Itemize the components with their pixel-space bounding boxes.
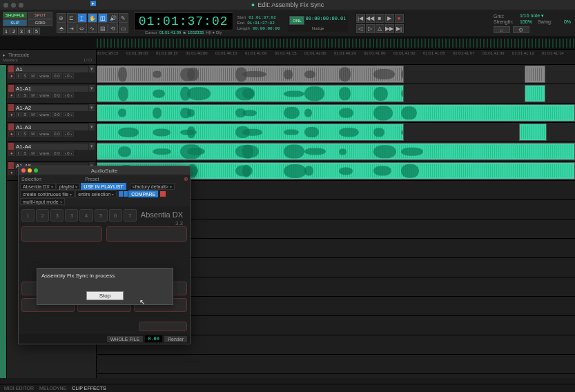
- track-solo-button[interactable]: S: [21, 150, 28, 156]
- track-record-enable[interactable]: [8, 162, 14, 169]
- track-input-button[interactable]: I: [16, 92, 21, 98]
- plugin-preset-slot[interactable]: 2: [36, 209, 49, 222]
- track-lane[interactable]: [97, 104, 575, 123]
- metronome-button[interactable]: △: [376, 24, 384, 33]
- grid-value-dropdown[interactable]: 1/16 note ▾: [520, 13, 544, 19]
- universe-overview[interactable]: [0, 37, 575, 50]
- track-options-dropdown[interactable]: ▾: [89, 104, 95, 111]
- count-off-button[interactable]: ▷: [366, 24, 375, 33]
- audiosuite-minimize-button[interactable]: [28, 168, 32, 173]
- slip-mode-button[interactable]: SLIP: [3, 19, 27, 26]
- settings-gear-button[interactable]: ⚙: [513, 26, 529, 33]
- trim-tool-button[interactable]: ⊏: [67, 13, 77, 23]
- track-record-enable[interactable]: [8, 143, 14, 150]
- selection-start[interactable]: 01:01:37:02: [248, 15, 276, 20]
- plugin-preset-slot[interactable]: 7: [124, 209, 137, 222]
- smart-tool-button[interactable]: ◫: [98, 13, 108, 23]
- plugin-action-button-1[interactable]: [21, 226, 102, 242]
- zoom-tool-button[interactable]: ⊕: [57, 13, 66, 23]
- track-pan[interactable]: ‹ 0 ›: [63, 112, 75, 117]
- compare-button[interactable]: COMPARE: [128, 190, 158, 197]
- audio-clip-tail[interactable]: [525, 85, 545, 102]
- file-mode-dropdown[interactable]: create continuous file: [20, 190, 75, 197]
- rewind-button[interactable]: ◀◀: [366, 14, 375, 23]
- horizontal-scrollbar[interactable]: [0, 378, 575, 384]
- zoom-preset-5[interactable]: 5: [33, 28, 40, 35]
- selection-end[interactable]: 01:01:37:02: [247, 21, 275, 26]
- link-edit-button[interactable]: ⬘: [57, 23, 66, 33]
- track-rec-button[interactable]: ●: [8, 150, 15, 156]
- track-solo-button[interactable]: S: [21, 92, 28, 98]
- track-lane[interactable]: [97, 123, 575, 142]
- automation-follow-button[interactable]: ∿: [88, 23, 97, 33]
- use-in-playlist-button[interactable]: USE IN PLAYLIST: [81, 183, 126, 190]
- grabber-tool-button[interactable]: ✋: [88, 13, 97, 23]
- play-button[interactable]: ▶: [385, 14, 394, 23]
- track-mute-button[interactable]: M: [29, 73, 37, 79]
- plugin-bottom-button[interactable]: [139, 322, 187, 331]
- mirror-edit-button[interactable]: ⇔: [77, 23, 87, 33]
- scrubber-tool-button[interactable]: 🔊: [108, 13, 118, 23]
- progress-stop-button[interactable]: Stop: [86, 291, 124, 300]
- track-lane[interactable]: [97, 142, 575, 161]
- grid-strength[interactable]: 100%: [520, 19, 532, 24]
- audiosuite-zoom-button[interactable]: [34, 168, 38, 173]
- audio-clip[interactable]: [97, 104, 575, 121]
- bypass-indicator-icon[interactable]: [160, 191, 166, 197]
- track-rec-button[interactable]: ●: [8, 92, 15, 98]
- handle-length-value[interactable]: 0.00: [145, 335, 162, 342]
- plugin-preset-slot[interactable]: 5: [95, 209, 108, 222]
- markers-ruler-label[interactable]: Markers: [3, 58, 18, 62]
- preset-dropdown[interactable]: <factory default>: [130, 183, 175, 190]
- track-volume[interactable]: 0.0: [52, 112, 61, 117]
- track-pan[interactable]: ‹ 0 ›: [63, 92, 75, 98]
- pencil-tool-button[interactable]: ✎: [119, 13, 128, 23]
- ruler-expand-icon[interactable]: ▸: [3, 52, 6, 58]
- go-to-end-button[interactable]: ▶|: [395, 24, 404, 33]
- main-counter-display[interactable]: 01:01:37:02: [134, 12, 233, 30]
- stop-button[interactable]: ■: [376, 14, 384, 23]
- track-lane[interactable]: [97, 65, 575, 84]
- track-record-enable[interactable]: [8, 104, 14, 111]
- zoom-window-button[interactable]: [19, 3, 23, 8]
- multi-input-dropdown[interactable]: multi-input mode: [20, 198, 65, 205]
- track-view-selector[interactable]: wave: [37, 131, 51, 137]
- track-volume[interactable]: 0.0: [52, 131, 61, 137]
- track-lane[interactable]: [97, 84, 575, 104]
- ruler-expand-button[interactable]: ▸: [90, 1, 96, 6]
- track-pan[interactable]: ‹ 0 ›: [63, 131, 75, 137]
- track-rec-button[interactable]: ●: [8, 73, 15, 79]
- empty-track-lane[interactable]: [97, 355, 575, 374]
- selection-scope-dropdown[interactable]: entire selection: [75, 190, 117, 197]
- tab-transient-button[interactable]: ⇥: [67, 23, 77, 33]
- selection-length[interactable]: 00:00:00:00: [253, 26, 280, 31]
- plugin-action-button-2[interactable]: [106, 226, 187, 242]
- grid-mode-button[interactable]: GRID: [28, 19, 52, 26]
- loop-playback-button[interactable]: ⟲: [108, 23, 118, 33]
- track-view-selector[interactable]: wave: [37, 150, 51, 156]
- playlist-mode-dropdown[interactable]: playlist: [57, 183, 80, 190]
- tab-clip-effects[interactable]: CLIP EFFECTS: [72, 386, 106, 391]
- audio-clip-tail[interactable]: [519, 124, 547, 141]
- track-mute-button[interactable]: M: [29, 150, 37, 156]
- search-button[interactable]: ⌕: [494, 26, 510, 33]
- track-mute-button[interactable]: M: [29, 131, 37, 137]
- plugin-select-dropdown[interactable]: Absentia DX: [20, 183, 56, 190]
- render-button[interactable]: Render: [164, 336, 187, 342]
- audiosuite-close-button[interactable]: [21, 168, 26, 173]
- preset-next-icon[interactable]: [124, 191, 128, 197]
- timecode-ruler-label[interactable]: Timecode: [8, 52, 29, 57]
- track-mute-button[interactable]: M: [29, 112, 37, 117]
- plugin-preset-slot[interactable]: 4: [79, 209, 92, 222]
- layered-edit-button[interactable]: ▤: [98, 23, 108, 33]
- insertion-follows-button[interactable]: ▭: [119, 23, 128, 33]
- track-view-selector[interactable]: wave: [37, 112, 51, 117]
- track-options-dropdown[interactable]: ▾: [89, 66, 95, 72]
- track-view-selector[interactable]: wave: [37, 92, 51, 98]
- track-rec-button[interactable]: ●: [8, 131, 15, 137]
- audio-clip[interactable]: [97, 66, 404, 83]
- audiosuite-titlebar[interactable]: AudioSuite: [19, 166, 190, 175]
- edit-groups-column[interactable]: [0, 65, 7, 381]
- tab-melodyne[interactable]: MELODYNE: [39, 386, 66, 391]
- track-solo-button[interactable]: S: [21, 73, 28, 79]
